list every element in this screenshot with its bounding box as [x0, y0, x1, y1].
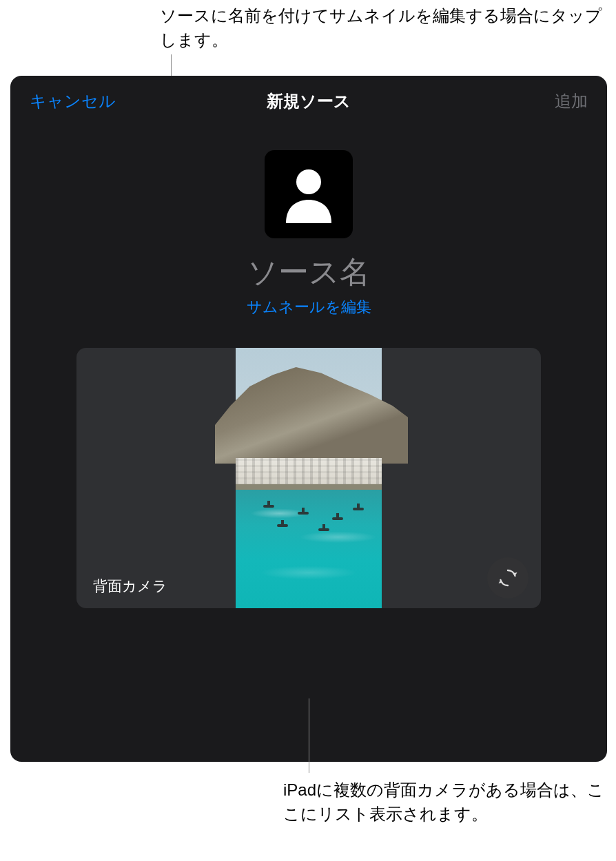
thumbnail-tile[interactable] — [265, 150, 353, 238]
callout-leader-line-bottom — [309, 698, 309, 773]
callout-bottom: iPadに複数の背面カメラがある場合は、ここにリスト表示されます。 — [283, 778, 616, 827]
dialog-title: 新規ソース — [267, 90, 351, 112]
camera-preview-image — [236, 348, 382, 608]
edit-thumbnail-button[interactable]: サムネールを編集 — [247, 297, 371, 318]
navbar: キャンセル 新規ソース 追加 — [10, 76, 607, 127]
new-source-dialog: キャンセル 新規ソース 追加 ソース名 サムネールを編集 — [10, 76, 607, 762]
person-silhouette-icon — [282, 165, 336, 223]
source-name-field[interactable]: ソース名 — [247, 252, 370, 293]
add-button[interactable]: 追加 — [555, 90, 588, 112]
svg-point-0 — [296, 169, 321, 194]
callout-top: ソースに名前を付けてサムネイルを編集する場合にタップします。 — [160, 4, 616, 52]
camera-preview-panel: 背面カメラ — [76, 348, 541, 608]
camera-flip-icon — [496, 566, 520, 590]
camera-flip-button[interactable] — [487, 557, 528, 599]
thumbnail-area: ソース名 サムネールを編集 — [10, 150, 607, 318]
camera-label: 背面カメラ — [93, 577, 167, 596]
cancel-button[interactable]: キャンセル — [30, 90, 116, 112]
